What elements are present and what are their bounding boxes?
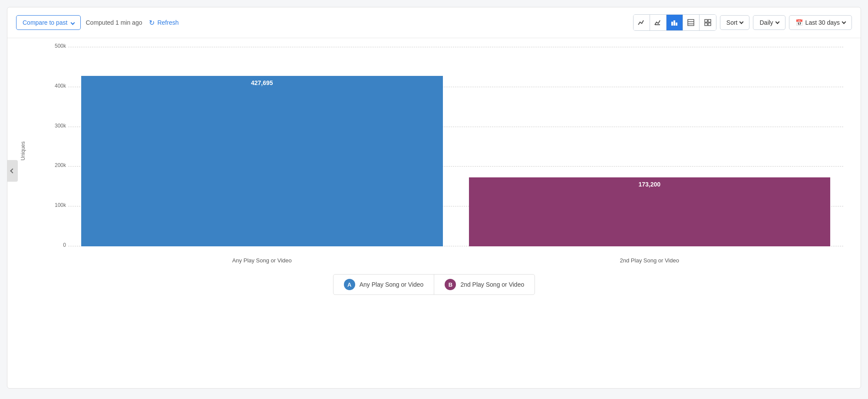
bar-chart-button[interactable]	[667, 15, 683, 30]
daily-chevron-icon	[775, 20, 779, 24]
date-chevron-icon	[842, 20, 846, 24]
x-axis-labels: Any Play Song or Video 2nd Play Song or …	[68, 254, 843, 264]
grid-label-300k: 300k	[44, 123, 66, 129]
chart-area: Uniques 500k 400k 300k 200k	[7, 38, 861, 264]
computed-text: Computed 1 min ago	[86, 19, 142, 26]
bar-section-b: 173,200	[456, 47, 844, 246]
legend-dot-b: B	[445, 279, 456, 290]
refresh-label: Refresh	[157, 19, 178, 26]
svg-rect-2	[673, 20, 675, 26]
daily-button[interactable]: Daily	[753, 15, 785, 30]
date-range-button[interactable]: 📅 Last 30 days	[789, 15, 852, 30]
daily-label: Daily	[759, 19, 773, 26]
legend-label-b: 2nd Play Song or Video	[460, 281, 524, 288]
grid-icon	[704, 19, 711, 26]
bars-container: 427,695 173,200	[68, 47, 843, 246]
table-button[interactable]	[683, 15, 700, 30]
legend-container: A Any Play Song or Video B 2nd Play Song…	[333, 274, 535, 295]
grid-label-400k: 400k	[44, 83, 66, 89]
grid-label-100k: 100k	[44, 202, 66, 208]
table-icon	[687, 19, 694, 26]
bar-section-a: 427,695	[68, 47, 456, 246]
bar-a-value: 427,695	[81, 79, 443, 86]
y-axis-label: Uniques	[20, 141, 26, 160]
toolbar-left: Compare to past Computed 1 min ago ↻ Ref…	[16, 15, 628, 30]
svg-rect-9	[705, 23, 707, 26]
svg-rect-4	[688, 20, 694, 26]
sort-chevron-icon	[739, 20, 744, 24]
grid-label-0: 0	[44, 242, 66, 248]
calendar-icon: 📅	[795, 19, 803, 26]
bar-a: 427,695	[81, 76, 443, 246]
last-30-days-label: Last 30 days	[805, 19, 840, 26]
legend-label-a: Any Play Song or Video	[360, 281, 424, 288]
toolbar-right: Sort Daily 📅 Last 30 days	[633, 14, 852, 31]
legend-item-a: A Any Play Song or Video	[333, 275, 435, 294]
svg-rect-8	[708, 20, 711, 22]
bar-b-value: 173,200	[469, 181, 831, 188]
bar-b: 173,200	[469, 177, 831, 246]
sort-button[interactable]: Sort	[720, 15, 750, 30]
line-chart-icon	[638, 19, 645, 26]
compare-to-past-button[interactable]: Compare to past	[16, 15, 81, 30]
area-chart-icon	[654, 19, 661, 26]
x-label-a: Any Play Song or Video	[68, 254, 456, 264]
chart-wrapper: 500k 400k 300k 200k 100k 0	[42, 47, 843, 264]
legend-item-b: B 2nd Play Song or Video	[434, 275, 535, 294]
svg-rect-1	[671, 22, 673, 26]
compare-to-past-label: Compare to past	[23, 19, 68, 26]
bar-chart-icon	[671, 19, 678, 26]
main-container: Compare to past Computed 1 min ago ↻ Ref…	[7, 7, 861, 389]
area-chart-button[interactable]	[650, 15, 667, 30]
chart-type-group	[633, 14, 716, 31]
grid-label-500k: 500k	[44, 43, 66, 49]
svg-rect-3	[676, 23, 677, 26]
x-label-b: 2nd Play Song or Video	[456, 254, 844, 264]
legend: A Any Play Song or Video B 2nd Play Song…	[7, 264, 861, 304]
chart-section: Uniques 500k 400k 300k 200k	[7, 38, 861, 304]
line-chart-button[interactable]	[634, 15, 650, 30]
compare-chevron-icon	[70, 20, 75, 25]
grid-label-200k: 200k	[44, 162, 66, 168]
sort-label: Sort	[726, 19, 738, 26]
svg-rect-10	[708, 23, 711, 26]
refresh-button[interactable]: ↻ Refresh	[147, 17, 180, 29]
grid-button[interactable]	[700, 15, 716, 30]
legend-dot-a: A	[344, 279, 355, 290]
refresh-icon: ↻	[149, 19, 155, 27]
svg-rect-7	[705, 20, 707, 22]
toolbar: Compare to past Computed 1 min ago ↻ Ref…	[7, 7, 861, 38]
